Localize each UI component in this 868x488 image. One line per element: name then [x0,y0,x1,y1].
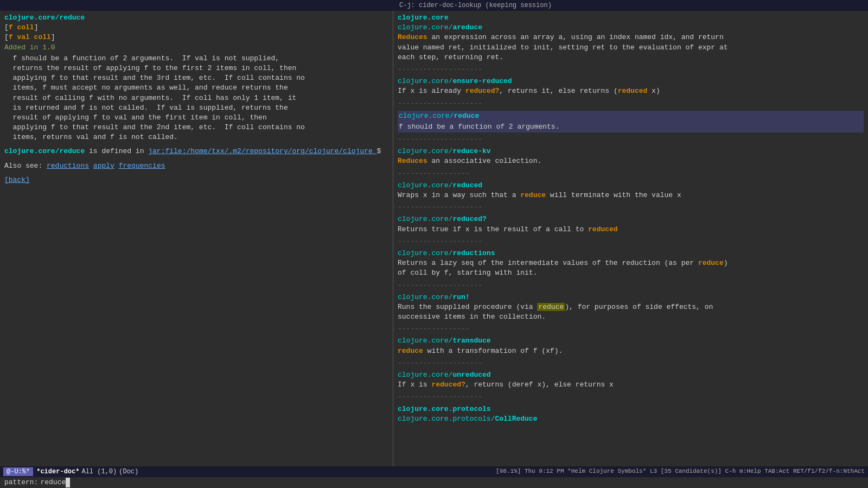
link-reductions[interactable]: reductions [47,162,89,170]
sig2-bracket-open: [ [4,33,9,41]
sig1-bracket-open: [ [4,23,9,31]
item-reduced[interactable]: clojure.core/reduced [398,181,864,191]
doc-title-text: clojure.core/reduce [4,14,85,22]
namespace-core-header: clojure.core [398,13,864,23]
item-reduce-desc: f should be a function of 2 arguments. [398,122,864,132]
item-ensure-reduced[interactable]: clojure.core/ensure-reduced [398,77,864,86]
item-reduce-highlighted[interactable]: clojure.core/reduce [398,111,864,122]
position-info: All (1,0) [81,467,117,477]
divider6: -------------------- [398,237,864,246]
divider8: ----------------- [398,324,864,334]
buffer-name: *cider-doc* [36,467,79,477]
divider10: -------------------- [398,392,864,402]
also-see-line: Also see: reductions apply frequencies [4,161,388,171]
doc-title: clojure.core/reduce [4,13,388,23]
item-reduce-kv[interactable]: clojure.core/reduce-kv [398,147,864,156]
item-areduce-desc: Reduces an expression across an array a,… [398,33,864,42]
divider2: -------------------- [398,99,864,109]
item-reduced?[interactable]: clojure.core/reduced? [398,214,864,224]
pattern-label: pattern: [4,478,38,487]
divider4: ----------------- [398,169,864,179]
link-frequencies[interactable]: frequencies [119,162,165,170]
added-version: Added in 1.0 [4,43,388,53]
top-header-text: C-j: cider-doc-lookup (keeping session) [399,1,552,10]
item-reduced-desc: Wraps x in a way such that a reduce will… [398,191,864,200]
divider3: -------------------- [398,135,864,144]
item-coll-reduce[interactable]: clojure.core.protocols/CollReduce [398,414,864,424]
item-run![interactable]: clojure.core/run! [398,293,864,302]
namespace-protocols-header: clojure.core.protocols [398,404,864,414]
item-reductions[interactable]: clojure.core/reductions [398,249,864,258]
description: f should be a function of 2 arguments. I… [4,54,388,143]
top-header-bar: C-j: cider-doc-lookup (keeping session) [0,0,868,11]
item-run!-desc: Runs the supplied procedure (via reduce)… [398,302,864,312]
item-transduce[interactable]: clojure.core/transduce [398,336,864,346]
item-reduced?-desc: Returns true if x is the result of a cal… [398,225,864,235]
link-apply[interactable]: apply [93,162,114,170]
main-container: C-j: cider-doc-lookup (keeping session) … [0,0,868,488]
divider7: -------------------- [398,281,864,290]
item-reduce-kv-desc: Reduces an associative collection. [398,156,864,166]
divider1: -------------------- [398,65,864,74]
mode-type: (Doc) [119,467,138,477]
item-transduce-desc: reduce with a transformation of f (xf). [398,346,864,356]
signature-line1: [f coll] [4,23,388,33]
defined-in-line: clojure.core/reduce is defined in jar:fi… [4,147,388,156]
status-bar: @-U:%* *cider-doc* All (1,0) (Doc) [98.1… [0,466,868,477]
item-areduce[interactable]: clojure.core/areduce [398,23,864,33]
item-unreduced-desc: If x is reduced?, returns (deref x), els… [398,380,864,390]
bottom-input-area: pattern: reduce [0,477,868,488]
right-pane: clojure.core clojure.core/areduce Reduce… [393,11,868,466]
left-pane: clojure.core/reduce [f coll] [f val coll… [0,11,393,466]
mode-indicator: @-U:%* [3,467,33,477]
item-reductions-desc: Returns a lazy seq of the intermediate v… [398,258,864,268]
divider5: -------------------- [398,202,864,212]
pattern-value[interactable]: reduce [40,478,66,487]
right-status-info: [98.1%] Thu 9:12 PM *Helm Clojure Symbol… [496,467,865,476]
main-area: clojure.core/reduce [f coll] [f val coll… [0,11,868,466]
item-unreduced[interactable]: clojure.core/unreduced [398,370,864,380]
divider9: -------------------- [398,358,864,368]
back-link[interactable]: [back] [4,175,388,185]
signature-line2: [f val coll] [4,33,388,42]
cursor [66,478,70,487]
item-ensure-reduced-desc: If x is already reduced?, returns it, el… [398,86,864,96]
